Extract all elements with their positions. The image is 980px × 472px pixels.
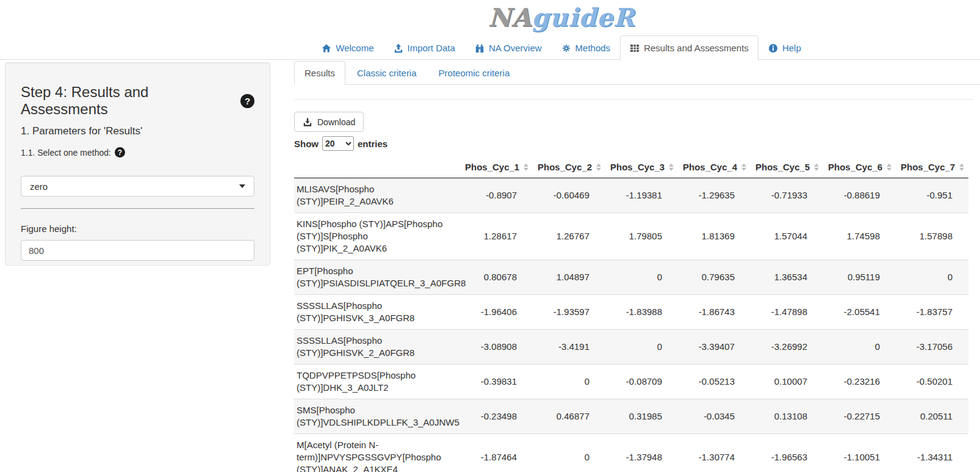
nav-tab-label: NA Overview: [489, 42, 542, 54]
row-name-cell: TQDPVPPETPSDS[Phospho (STY)]DHK_3_A0JLT2: [294, 365, 460, 399]
rowname-column-header[interactable]: [294, 157, 460, 178]
value-cell: -0.951: [896, 178, 968, 213]
nav-tab-label: Welcome: [336, 42, 373, 54]
step-title-text: Step 4: Results and Assessments: [21, 84, 235, 118]
value-cell: 0: [533, 434, 605, 472]
value-cell: 0.46877: [533, 399, 605, 434]
value-cell: 0.80678: [460, 260, 533, 295]
method-select[interactable]: zero: [21, 176, 254, 197]
results-table: Phos_Cyc_1Phos_Cyc_2Phos_Cyc_3Phos_Cyc_4…: [294, 157, 968, 472]
row-name-cell: MLISAVS[Phospho (STY)]PEIR_2_A0AVK6: [294, 178, 460, 213]
download-button[interactable]: Download: [294, 112, 364, 132]
nav-tab-import-data[interactable]: Import Data: [384, 35, 465, 60]
column-header-label: Phos_Cyc_7: [901, 162, 955, 172]
section-heading: 1. Parameters for 'Results': [21, 125, 254, 137]
subtab-label: Proteomic criteria: [428, 61, 521, 85]
column-header-label: Phos_Cyc_1: [465, 162, 519, 172]
value-cell: -1.86743: [678, 295, 751, 330]
value-cell: -0.8907: [460, 178, 533, 213]
nav-tab-methods[interactable]: Methods: [552, 35, 621, 60]
parameters-panel: Step 4: Results and Assessments ? 1. Par…: [5, 62, 270, 266]
value-cell: -2.05541: [823, 295, 896, 330]
method-help-icon[interactable]: ?: [115, 147, 125, 158]
step-help-icon[interactable]: ?: [240, 94, 254, 108]
nav-tab-na-overview[interactable]: NA Overview: [465, 35, 552, 60]
download-label: Download: [317, 117, 355, 127]
row-name-cell: SMS[Phospho (STY)]VDLSHIPLKDPLLFK_3_A0JN…: [294, 399, 460, 434]
value-cell: -0.23216: [823, 365, 896, 399]
show-label: Show: [294, 139, 319, 149]
column-header[interactable]: Phos_Cyc_7: [896, 157, 968, 178]
method-select-label: 1.1. Select one method: ?: [21, 147, 254, 158]
value-cell: 0: [533, 365, 605, 399]
value-cell: 0.13108: [751, 399, 823, 434]
value-cell: -0.22715: [823, 399, 896, 434]
value-cell: -3.4191: [533, 330, 605, 365]
subtab-label: Classic criteria: [347, 61, 427, 85]
value-cell: -0.71933: [751, 178, 823, 213]
value-cell: -1.87464: [460, 434, 533, 472]
value-cell: 1.28617: [460, 213, 533, 260]
column-header[interactable]: Phos_Cyc_4: [678, 157, 751, 178]
page-length-select[interactable]: 20: [322, 136, 354, 151]
column-header[interactable]: Phos_Cyc_1: [460, 157, 533, 178]
sidebar: Step 4: Results and Assessments ? 1. Par…: [0, 60, 281, 266]
value-cell: -1.96563: [751, 434, 823, 472]
sort-icon: [959, 164, 964, 171]
show-entries-control: Show 20 entries: [294, 136, 980, 151]
column-header[interactable]: Phos_Cyc_3: [605, 157, 678, 178]
value-cell: -1.10051: [823, 434, 896, 472]
value-cell: -0.23498: [460, 399, 533, 434]
column-header[interactable]: Phos_Cyc_6: [823, 157, 896, 178]
logo-suffix: guideR: [531, 3, 635, 32]
value-cell: -1.83988: [605, 295, 678, 330]
panel-divider: [21, 208, 254, 209]
subtab-results[interactable]: Results: [294, 61, 345, 85]
nav-tab-help[interactable]: Help: [758, 35, 811, 60]
nav-tab-welcome[interactable]: Welcome: [312, 35, 383, 60]
pane-divider: [294, 99, 973, 100]
row-name-cell: SSSSLLAS[Phospho (STY)]PGHISVK_2_A0FGR8: [294, 330, 460, 365]
value-cell: -1.37948: [605, 434, 678, 472]
method-label-text: 1.1. Select one method:: [21, 148, 111, 158]
column-header[interactable]: Phos_Cyc_2: [533, 157, 605, 178]
binoculars-icon: [475, 43, 485, 53]
figure-height-label: Figure height:: [21, 223, 254, 234]
table-row: M[Acetyl (Protein N-term)]NPVYSPGSSGVPY[…: [294, 434, 968, 472]
sort-icon: [669, 164, 674, 171]
value-cell: -3.39407: [678, 330, 751, 365]
value-cell: -0.05213: [678, 365, 751, 399]
value-cell: -1.30774: [678, 434, 751, 472]
table-icon: [630, 43, 640, 53]
value-cell: 1.57044: [751, 213, 823, 260]
table-row: SMS[Phospho (STY)]VDLSHIPLKDPLLFK_3_A0JN…: [294, 399, 968, 434]
app-header: NAguideR: [0, 0, 980, 35]
row-name-cell: KINS[Phospho (STY)]APS[Phospho (STY)]S[P…: [294, 213, 460, 260]
row-name-cell: EPT[Phospho (STY)]PSIASDISLPIATQELR_3_A0…: [294, 260, 460, 295]
value-cell: -0.08709: [605, 365, 678, 399]
table-row: EPT[Phospho (STY)]PSIASDISLPIATQELR_3_A0…: [294, 260, 968, 295]
value-cell: 0.31985: [605, 399, 678, 434]
sort-icon: [741, 164, 746, 171]
entries-label: entries: [358, 139, 387, 149]
subtab-proteomic-criteria[interactable]: Proteomic criteria: [428, 61, 521, 85]
sort-icon: [596, 164, 601, 171]
main-navigation: Welcome Import Data NA Overview: [0, 35, 980, 60]
column-header[interactable]: Phos_Cyc_5: [751, 157, 823, 178]
table-row: TQDPVPPETPSDS[Phospho (STY)]DHK_3_A0JLT2…: [294, 365, 968, 399]
subtab-classic-criteria[interactable]: Classic criteria: [347, 61, 427, 85]
sort-icon: [814, 164, 819, 171]
figure-height-input[interactable]: [21, 240, 254, 261]
chevron-down-icon: [239, 184, 245, 188]
value-cell: -1.47898: [751, 295, 823, 330]
value-cell: -1.93597: [533, 295, 605, 330]
row-name-cell: SSSSLLAS[Phospho (STY)]PGHISVK_3_A0FGR8: [294, 295, 460, 330]
table-row: MLISAVS[Phospho (STY)]PEIR_2_A0AVK6-0.89…: [294, 178, 968, 213]
value-cell: -0.50201: [896, 365, 968, 399]
home-icon: [322, 43, 331, 53]
column-header-label: Phos_Cyc_4: [683, 162, 737, 172]
column-header-label: Phos_Cyc_2: [538, 162, 592, 172]
nav-tab-results-and-assessments[interactable]: Results and Assessments: [620, 35, 758, 60]
value-cell: 1.04897: [533, 260, 605, 295]
value-cell: -1.83757: [896, 295, 968, 330]
